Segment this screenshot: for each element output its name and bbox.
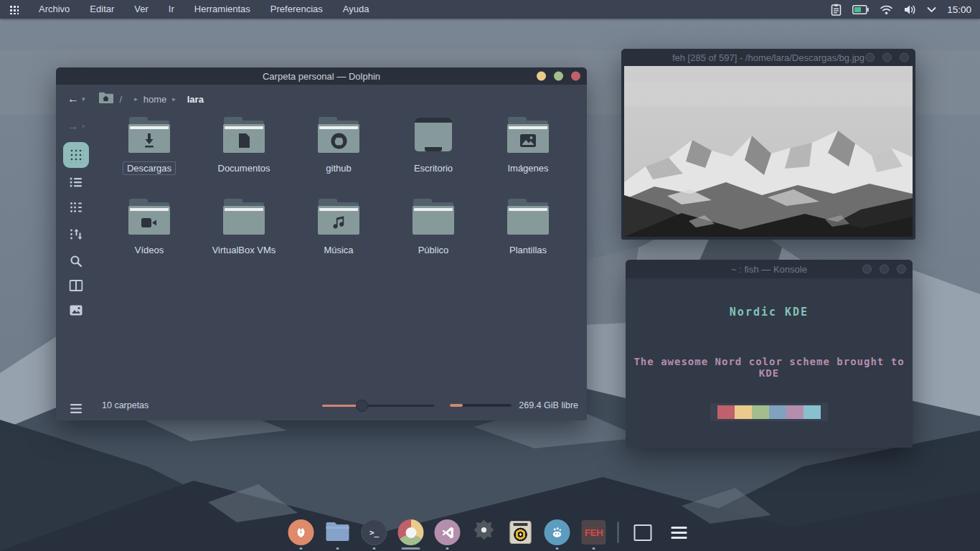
dock-file-manager[interactable] bbox=[325, 519, 351, 545]
minimize-button[interactable] bbox=[865, 53, 875, 62]
dock-chromium[interactable] bbox=[398, 519, 424, 545]
folder-item-musica[interactable]: Música bbox=[291, 199, 386, 281]
terminal-heading: Nordic KDE bbox=[626, 306, 913, 319]
folder-item-github[interactable]: github bbox=[291, 117, 386, 199]
menu-ver[interactable]: Ver bbox=[124, 0, 159, 19]
folder-item-imagenes[interactable]: Imágenes bbox=[481, 117, 575, 199]
dolphin-titlebar[interactable]: Carpeta personal — Dolphin bbox=[56, 67, 587, 85]
breadcrumb-home[interactable]: home bbox=[143, 94, 167, 105]
breadcrumb-root[interactable]: / bbox=[120, 94, 123, 105]
disk-usage-bar bbox=[450, 404, 512, 407]
dock-gimp[interactable] bbox=[545, 519, 570, 545]
folder-item-plantillas[interactable]: Plantillas bbox=[481, 199, 575, 281]
dock-settings[interactable] bbox=[471, 519, 497, 545]
github-icon bbox=[318, 128, 359, 153]
zoom-slider[interactable] bbox=[322, 400, 434, 411]
dock-panel-menu[interactable] bbox=[666, 519, 692, 545]
split-view-button[interactable] bbox=[70, 280, 83, 291]
sort-icon bbox=[70, 228, 83, 240]
dock-feh[interactable]: FEH bbox=[581, 519, 607, 545]
file-manager-icon bbox=[326, 521, 350, 544]
window-controls bbox=[537, 72, 580, 81]
zoom-slider-knob[interactable] bbox=[356, 400, 368, 412]
dock-firefox[interactable] bbox=[288, 519, 314, 545]
split-view-icon bbox=[70, 280, 83, 291]
terminal-subtitle: The awesome Nord color scheme brought to… bbox=[626, 356, 913, 379]
clipboard-icon[interactable] bbox=[831, 4, 842, 16]
palette-swatch-red bbox=[717, 405, 735, 419]
wifi-icon[interactable] bbox=[880, 4, 893, 15]
app-grid-icon bbox=[9, 5, 19, 14]
global-menubar: Archivo Editar Ver Ir Herramientas Prefe… bbox=[29, 0, 379, 19]
close-button[interactable] bbox=[900, 53, 909, 62]
folder-label: Vídeos bbox=[131, 243, 168, 257]
vscode-icon bbox=[435, 519, 461, 545]
feh-titlebar[interactable]: feh [285 of 597] - /home/lara/Descargas/… bbox=[621, 49, 915, 66]
terminal-area[interactable]: Nordic KDE The awesome Nord color scheme… bbox=[626, 278, 913, 448]
minimize-button[interactable] bbox=[862, 265, 872, 274]
folder-item-documentos[interactable]: Documentos bbox=[197, 117, 291, 199]
dock-audio-player[interactable] bbox=[508, 519, 534, 545]
list-view-button[interactable] bbox=[70, 176, 83, 188]
folder-item-videos[interactable]: Vídeos bbox=[102, 199, 197, 281]
close-button[interactable] bbox=[571, 72, 580, 81]
forward-button[interactable]: → ▾ bbox=[67, 121, 85, 132]
menu-editar[interactable]: Editar bbox=[80, 0, 124, 19]
dock-show-desktop[interactable] bbox=[630, 519, 656, 545]
window-controls bbox=[862, 265, 906, 274]
dolphin-side-toolbar: → ▾ bbox=[56, 113, 96, 420]
dock-terminal[interactable]: >_ bbox=[362, 519, 387, 545]
breadcrumb-current[interactable]: lara bbox=[187, 94, 204, 105]
icons-view-button[interactable] bbox=[63, 142, 89, 168]
chevron-down-icon[interactable] bbox=[927, 6, 936, 13]
palette-swatch-blue bbox=[769, 405, 786, 419]
breadcrumb-chevron-icon: ▸ bbox=[134, 95, 138, 103]
window-controls bbox=[865, 53, 909, 62]
menu-archivo[interactable]: Archivo bbox=[29, 0, 80, 19]
disk-usage-fill bbox=[450, 404, 463, 407]
volume-icon[interactable] bbox=[904, 4, 916, 15]
speaker-icon bbox=[510, 521, 532, 544]
back-button[interactable]: ← bbox=[67, 93, 79, 105]
konsole-titlebar[interactable]: ~ : fish — Konsole bbox=[626, 260, 913, 278]
clock[interactable]: 15:00 bbox=[947, 4, 971, 15]
palette-swatch-yellow bbox=[735, 405, 752, 419]
color-palette bbox=[710, 403, 828, 421]
folder-label: Plantillas bbox=[505, 243, 551, 257]
top-panel: Archivo Editar Ver Ir Herramientas Prefe… bbox=[0, 0, 980, 19]
plain-folder bbox=[223, 210, 265, 235]
zoom-slider-track[interactable] bbox=[362, 405, 434, 407]
folder-item-publico[interactable]: Público bbox=[386, 199, 481, 281]
minimize-button[interactable] bbox=[537, 72, 546, 81]
back-history-caret-icon[interactable]: ▾ bbox=[82, 95, 85, 103]
search-button[interactable] bbox=[70, 255, 83, 268]
menu-preferencias[interactable]: Preferencias bbox=[260, 0, 333, 19]
forward-arrow-icon: → bbox=[67, 121, 79, 132]
breadcrumb-home-icon[interactable] bbox=[98, 92, 113, 106]
folder-item-descargas[interactable]: Descargas bbox=[102, 117, 197, 199]
plain-folder bbox=[507, 210, 549, 235]
maximize-button[interactable] bbox=[882, 53, 892, 62]
battery-icon[interactable] bbox=[852, 5, 869, 14]
show-desktop-icon bbox=[633, 524, 651, 541]
chromium-icon bbox=[398, 519, 424, 545]
menu-ir[interactable]: Ir bbox=[159, 0, 184, 19]
menu-herramientas[interactable]: Herramientas bbox=[184, 0, 260, 19]
feh-window: feh [285 of 597] - /home/lara/Descargas/… bbox=[621, 49, 915, 240]
folder-item-virtualbox-vms[interactable]: VirtualBox VMs bbox=[197, 199, 291, 281]
menu-ayuda[interactable]: Ayuda bbox=[333, 0, 380, 19]
preview-button[interactable] bbox=[70, 305, 83, 316]
compact-view-button[interactable] bbox=[70, 202, 83, 213]
maximize-button[interactable] bbox=[880, 265, 889, 274]
sort-button[interactable] bbox=[70, 228, 83, 240]
folder-label: Documentos bbox=[214, 161, 275, 175]
desktop-icon bbox=[415, 118, 452, 123]
dock-separator bbox=[618, 522, 619, 543]
palette-swatch-green bbox=[752, 405, 769, 419]
close-button[interactable] bbox=[897, 265, 906, 274]
app-launcher-button[interactable] bbox=[4, 0, 23, 19]
folder-item-escritorio[interactable]: Escritorio bbox=[386, 117, 481, 199]
maximize-button[interactable] bbox=[554, 72, 563, 81]
status-menu-button[interactable] bbox=[70, 404, 82, 413]
dock-vscode[interactable] bbox=[435, 519, 461, 545]
